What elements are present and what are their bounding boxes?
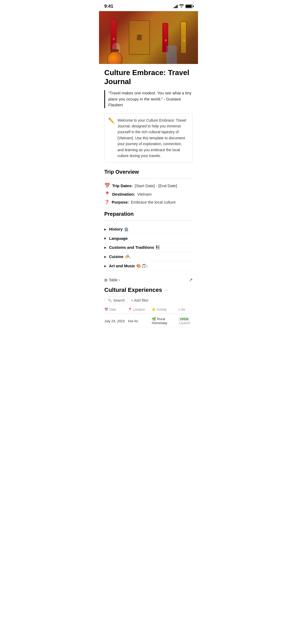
bottom-padding — [104, 327, 193, 343]
table-view-button[interactable]: ⊞ Table ▾ — [104, 278, 120, 282]
arrow-icon-art: ▶ — [104, 265, 106, 268]
callout-box: ✏️ Welcome to your Culture Embrace: Trav… — [104, 113, 193, 163]
activity-col-label: Activity — [157, 308, 167, 311]
destination-value: Vietnam — [137, 192, 152, 196]
trip-dates-item: 📅 Trip Dates: [Start Date] - [End Date] — [104, 183, 193, 188]
cuisine-label: Cuisine 🍜. — [109, 254, 131, 259]
divider-1 — [104, 178, 193, 178]
col-header-location: 📍 Location — [128, 308, 152, 311]
dates-label: Trip Dates: — [112, 183, 133, 188]
divider-2 — [104, 220, 193, 220]
db-more-icon[interactable]: ··· — [164, 287, 168, 293]
chevron-down-icon: ▾ — [119, 279, 120, 282]
search-icon: 🔍 — [108, 298, 112, 302]
art-label: Art and Music 🎨🎵: — [109, 264, 148, 268]
toggle-language[interactable]: ▶ Language — [104, 234, 193, 243]
trip-overview-title: Trip Overview — [104, 169, 193, 175]
table-view-label: Table — [109, 278, 117, 282]
notes-col-icon: ≡ — [178, 308, 180, 311]
db-title: Cultural Experiences — [104, 287, 162, 293]
arrow-icon-language: ▶ — [104, 237, 106, 240]
dates-value: [Start Date] - [End Date] — [135, 183, 177, 188]
status-bar: 9:41 — [99, 0, 198, 11]
arrow-icon-cuisine: ▶ — [104, 255, 106, 258]
status-icons — [174, 4, 193, 8]
notes-preview: Learne — [179, 321, 190, 325]
table-row[interactable]: July 24, 2023 Hoi An 🌿 Rural Homestay OP… — [104, 315, 193, 327]
notes-col-label: No — [181, 308, 185, 311]
purpose-value: Embrace the local culture — [131, 200, 176, 204]
toggle-art[interactable]: ▶ Art and Music 🎨🎵: — [104, 261, 193, 271]
signal-icon — [174, 5, 178, 8]
callout-emoji: ✏️ — [108, 117, 115, 159]
row-location: Hoi An — [128, 319, 152, 323]
wifi-icon — [179, 4, 184, 8]
toggle-history[interactable]: ▶ History 🏛️ — [104, 225, 193, 234]
search-label: Search — [113, 298, 125, 302]
activity-col-icon: ☀️ — [152, 308, 156, 311]
toggle-customs[interactable]: ▶ Customs and Traditions 👫 — [104, 243, 193, 252]
history-label: History 🏛️ — [109, 227, 129, 232]
preparation-list: ▶ History 🏛️ ▶ Language ▶ Customs and Tr… — [104, 225, 193, 271]
toggle-cuisine[interactable]: ▶ Cuisine 🍜. — [104, 252, 193, 261]
arrow-icon-history: ▶ — [104, 228, 106, 231]
main-content: Culture Embrace: Travel Journal "Travel … — [99, 64, 198, 347]
hero-image: 福 書 壽 禧 — [99, 11, 198, 64]
quote-block: "Travel makes one modest. You see what a… — [104, 90, 193, 108]
add-filter-label: + Add filter — [131, 298, 149, 302]
row-notes: OPEN Learne — [178, 317, 193, 325]
status-badge: OPEN — [178, 317, 190, 321]
lantern — [107, 49, 123, 64]
table-icon: ⊞ — [104, 278, 107, 282]
quote-text: "Travel makes one modest. You see what a… — [108, 90, 193, 108]
page-title: Culture Embrace: Travel Journal — [104, 68, 193, 86]
purpose-label: Purpose: — [112, 200, 129, 204]
database-toolbar: ⊞ Table ▾ ↗ — [104, 277, 193, 283]
language-label: Language — [109, 236, 128, 241]
status-time: 9:41 — [104, 4, 113, 9]
database-section: ⊞ Table ▾ ↗ Cultural Experiences ··· 🔍 S… — [104, 277, 193, 327]
row-date: July 24, 2023 — [104, 319, 128, 323]
row-activity: 🌿 Rural Homestay — [152, 317, 178, 325]
destination-label: Destination: — [112, 192, 135, 196]
destination-emoji: 📍 — [104, 191, 110, 197]
purpose-item: ❓ Purpose: Embrace the local culture — [104, 200, 193, 205]
col-header-notes: ≡ No — [178, 308, 193, 311]
arrow-icon-customs: ▶ — [104, 246, 106, 249]
trip-info-list: 📅 Trip Dates: [Start Date] - [End Date] … — [104, 183, 193, 205]
col-header-activity: ☀️ Activity — [152, 308, 178, 311]
table-header: 📅 Date 📍 Location ☀️ Activity ≡ No — [104, 308, 193, 314]
destination-item: 📍 Destination: Vietnam — [104, 191, 193, 197]
db-title-row: Cultural Experiences ··· — [104, 287, 193, 293]
purpose-emoji: ❓ — [104, 200, 110, 205]
callout-text: Welcome to your Culture Embrace: Travel … — [117, 117, 189, 159]
dates-emoji: 📅 — [104, 183, 110, 188]
location-col-label: Location — [133, 308, 145, 311]
search-button[interactable]: 🔍 Search — [104, 297, 128, 304]
col-header-date: 📅 Date — [104, 308, 128, 311]
date-col-icon: 📅 — [104, 308, 108, 311]
customs-label: Customs and Traditions 👫 — [109, 245, 160, 250]
activity-emoji: 🌿 — [152, 317, 157, 321]
add-filter-button[interactable]: + Add filter — [131, 298, 149, 302]
preparation-title: Preparation — [104, 211, 193, 217]
battery-icon — [185, 4, 193, 8]
expand-icon[interactable]: ↗ — [189, 277, 193, 283]
location-col-icon: 📍 — [128, 308, 132, 311]
filter-row: 🔍 Search + Add filter — [104, 297, 193, 304]
date-col-label: Date — [109, 308, 116, 311]
